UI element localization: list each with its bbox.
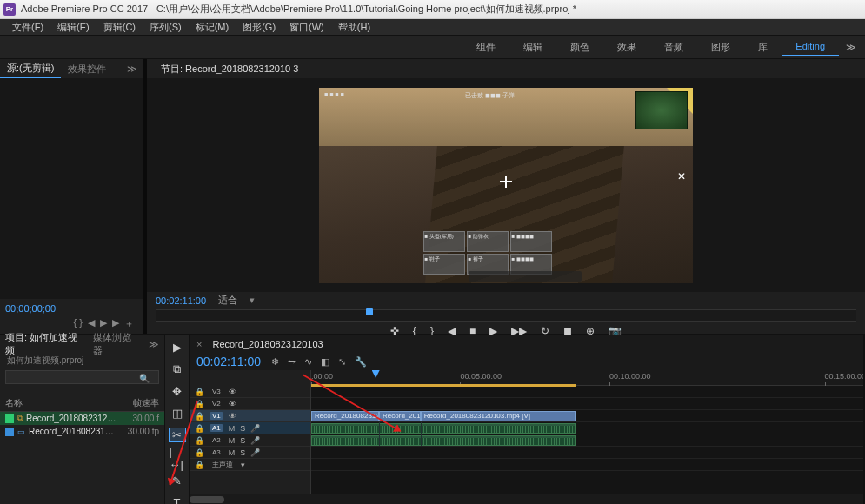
program-playhead-icon[interactable] — [366, 308, 373, 315]
eye-icon[interactable]: 👁 — [229, 388, 236, 396]
track-header-v1[interactable]: 🔒V1👁 — [190, 410, 310, 422]
menu-clip[interactable]: 剪辑(C) — [96, 21, 143, 34]
timeline-tracks[interactable]: :00:00 00:05:00:00 00:10:00:00 00:15:00:… — [311, 370, 863, 494]
project-col-name[interactable]: 名称 — [5, 397, 117, 409]
program-scrubber[interactable] — [156, 309, 856, 322]
lock-icon[interactable]: 🔒 — [195, 461, 204, 469]
lock-icon[interactable]: 🔒 — [195, 436, 204, 445]
menu-file[interactable]: 文件(F) — [5, 21, 50, 34]
marker-toggle-icon[interactable]: ∿ — [304, 356, 312, 368]
solo-icon[interactable]: S — [240, 436, 245, 445]
eye-icon[interactable]: 👁 — [229, 412, 236, 421]
track-header-a2[interactable]: 🔒A2MS🎤 — [190, 434, 310, 447]
project-search-input[interactable] — [5, 370, 159, 384]
lock-icon[interactable]: 🔒 — [195, 448, 204, 457]
clip-v1-1[interactable]: Record_20180823120 — [311, 411, 379, 421]
link-toggle-icon[interactable]: ⥊ — [288, 356, 296, 368]
source-step-back-icon[interactable]: ◀ — [88, 317, 95, 330]
pen-tool-icon[interactable]: ✎ — [170, 474, 185, 487]
mute-icon[interactable]: M — [229, 448, 236, 457]
ws-tab-library[interactable]: 库 — [744, 37, 782, 57]
mic-icon[interactable]: 🎤 — [250, 436, 260, 445]
selection-tool-icon[interactable]: ▶ — [170, 341, 185, 354]
track-header-a1[interactable]: 🔒A1MS🎤 — [190, 422, 310, 434]
track-header-master[interactable]: 🔒主声道▾ — [190, 459, 310, 471]
ws-tab-audio[interactable]: 音频 — [650, 37, 697, 57]
solo-icon[interactable]: S — [240, 424, 245, 433]
source-mark-inout-icon[interactable]: { } — [74, 317, 83, 330]
ws-tab-editing[interactable]: Editing — [782, 37, 839, 56]
program-timecode[interactable]: 00:02:11:00 — [156, 295, 206, 306]
track-v2[interactable] — [311, 398, 863, 410]
menu-graphics[interactable]: 图形(G) — [236, 21, 283, 34]
program-zoom-select[interactable]: 适合 — [218, 294, 237, 307]
timeline-tab-close-icon[interactable]: × — [196, 339, 202, 349]
ws-tab-color[interactable]: 颜色 — [556, 37, 603, 57]
sequence-toggle-icon[interactable]: ⤡ — [338, 356, 346, 368]
timeline-timecode[interactable]: 00:02:11:00 — [196, 355, 261, 368]
source-add-marker-icon[interactable]: ＋ — [124, 317, 134, 330]
timeline-zoom-thumb[interactable] — [190, 496, 224, 503]
ws-tab-editing-cn[interactable]: 编辑 — [509, 37, 556, 57]
rate-stretch-tool-icon[interactable]: ◫ — [170, 407, 185, 420]
project-item[interactable]: ▭ Record_20180823120103.m 30.00 fp — [0, 425, 164, 438]
ws-more-icon[interactable]: ≫ — [846, 42, 856, 53]
ws-tab-assembly[interactable]: 组件 — [462, 37, 509, 57]
settings-toggle-icon[interactable]: ◧ — [321, 356, 329, 368]
track-select-tool-icon[interactable]: ⧉ — [170, 362, 185, 376]
menu-help[interactable]: 帮助(H) — [331, 21, 377, 34]
menu-sequence[interactable]: 序列(S) — [143, 21, 189, 34]
ws-tab-effects[interactable]: 效果 — [603, 37, 650, 57]
lock-icon[interactable]: 🔒 — [195, 388, 204, 396]
solo-icon[interactable]: S — [240, 448, 245, 457]
track-a3[interactable] — [311, 447, 863, 459]
program-tab[interactable]: 节目: Record_2018082312010 3 — [154, 60, 305, 78]
source-step-fwd-icon[interactable]: ▶ — [112, 317, 119, 330]
track-a1[interactable] — [311, 422, 863, 434]
clip-v1-3[interactable]: Record_20180823120103.mp4 [V] — [421, 411, 576, 421]
menu-window[interactable]: 窗口(W) — [283, 21, 331, 34]
project-col-rate[interactable]: 帧速率 — [117, 397, 159, 409]
menu-marker[interactable]: 标记(M) — [189, 21, 236, 34]
clip-v1-2[interactable]: Record_20180 — [379, 411, 421, 421]
razor-tool-icon[interactable]: ✂ — [170, 428, 185, 441]
lock-icon[interactable]: 🔒 — [195, 400, 204, 408]
track-v1[interactable]: Record_20180823120 Record_20180 Record_2… — [311, 410, 863, 422]
timeline-ruler[interactable]: :00:00 00:05:00:00 00:10:00:00 00:15:00:… — [311, 370, 863, 386]
expand-icon[interactable]: ▾ — [241, 461, 245, 469]
program-zoom-dropdown-icon[interactable]: ▾ — [250, 295, 255, 306]
source-transport: { } ◀ ▶ ▶ ＋ — [5, 317, 137, 330]
mic-icon[interactable]: 🎤 — [250, 424, 260, 433]
type-tool-icon[interactable]: T — [170, 496, 185, 504]
tab-source[interactable]: 源:(无剪辑) — [0, 59, 61, 78]
track-header-v2[interactable]: 🔒V2👁 — [190, 398, 310, 410]
timeline-playhead[interactable] — [376, 370, 376, 494]
clip-a1[interactable] — [311, 423, 576, 434]
wrench-icon[interactable]: 🔧 — [355, 356, 367, 368]
project-item[interactable]: ⧉ Record_20180823120103 30.00 f — [0, 412, 164, 425]
clip-a2[interactable] — [311, 435, 576, 446]
track-header-a3[interactable]: 🔒A3MS🎤 — [190, 447, 310, 459]
menu-edit[interactable]: 编辑(E) — [50, 21, 96, 34]
track-a2[interactable] — [311, 434, 863, 447]
ws-tab-graphics[interactable]: 图形 — [697, 37, 744, 57]
mute-icon[interactable]: M — [229, 424, 236, 433]
mute-icon[interactable]: M — [229, 436, 236, 445]
source-tabs-more-icon[interactable]: ≫ — [122, 63, 143, 75]
track-header-v3[interactable]: 🔒V3👁 — [190, 386, 310, 398]
timeline-zoom-bar[interactable] — [190, 494, 863, 504]
source-play-icon[interactable]: ▶ — [100, 317, 107, 330]
slip-tool-icon[interactable]: |↔| — [170, 450, 185, 466]
tab-effect-controls[interactable]: 效果控件 — [61, 60, 113, 78]
lock-icon[interactable]: 🔒 — [195, 412, 204, 421]
snap-toggle-icon[interactable]: ❄ — [271, 356, 279, 368]
source-timecode[interactable]: 00;00;00;00 — [5, 303, 137, 314]
ripple-tool-icon[interactable]: ✥ — [170, 385, 185, 398]
eye-icon[interactable]: 👁 — [229, 400, 236, 408]
mic-icon[interactable]: 🎤 — [250, 448, 260, 457]
project-tabs-more-icon[interactable]: ≫ — [143, 339, 164, 350]
track-v3[interactable] — [311, 386, 863, 398]
lock-icon[interactable]: 🔒 — [195, 424, 204, 433]
timeline-tab[interactable]: Record_20180823120103 — [205, 337, 329, 351]
track-master[interactable] — [311, 459, 863, 471]
